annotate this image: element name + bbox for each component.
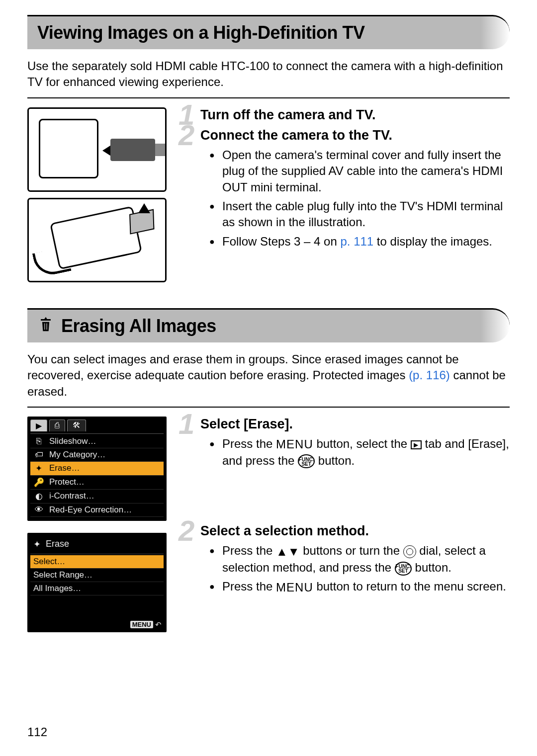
row-label: Protect… xyxy=(49,477,85,487)
row-icon: 🔑 xyxy=(33,477,44,488)
section-title: Erasing All Images xyxy=(61,316,216,336)
step-1: 1 Turn off the camera and TV. xyxy=(179,107,510,123)
bullet: Press the MENU button to return to the m… xyxy=(209,579,510,595)
lcd-row: Select… xyxy=(30,555,164,569)
step-number: 2 xyxy=(179,516,194,545)
func-set-button-icon: FUNC.SET xyxy=(298,454,315,468)
step-number: 2 xyxy=(179,121,194,150)
menu-icon: MENU xyxy=(130,621,153,628)
lcd-row: ⎘Slideshow… xyxy=(30,435,164,448)
row-label: Slideshow… xyxy=(49,436,96,446)
print-icon: ⎙ xyxy=(55,421,60,430)
step-2-erase: 2 Select a selection method. Press the ▲… xyxy=(179,523,510,595)
tools-icon: 🛠 xyxy=(73,421,81,430)
row-label: Select… xyxy=(33,557,65,567)
steps-column: 1 Turn off the camera and TV. 2 Connect … xyxy=(179,107,510,288)
page-link-116[interactable]: (p. 116) xyxy=(409,368,450,382)
step-title: Select [Erase]. xyxy=(200,417,510,432)
up-down-icon: ▲▼ xyxy=(276,544,300,560)
menu-button-icon: MENU xyxy=(276,580,313,595)
func-set-button-icon: FUNC.SET xyxy=(395,562,412,576)
bullet: Open the camera's terminal cover and ful… xyxy=(209,147,510,195)
row-label: i-Contrast… xyxy=(49,491,94,501)
erase-icon: ✦ xyxy=(33,539,41,550)
menu-button-icon: MENU xyxy=(276,436,313,452)
step-title: Select a selection method. xyxy=(200,523,510,539)
back-icon: ↶ xyxy=(155,620,162,629)
lcd-row: All Images… xyxy=(30,582,164,595)
lcd-menu-playback: ▶ ⎙ 🛠 ⎘Slideshow…🏷My Category…✦Erase…🔑Pr… xyxy=(27,417,167,521)
lcd-tab-print: ⎙ xyxy=(49,420,65,431)
step-number: 1 xyxy=(179,410,194,438)
row-label: Red-Eye Correction… xyxy=(49,505,132,515)
step-1-erase: 1 Select [Erase]. Press the MENU button,… xyxy=(179,417,510,469)
section-header-erase: Erasing All Images xyxy=(27,308,510,342)
lcd-row: ◐i-Contrast… xyxy=(30,490,164,504)
section-header-hd-tv: Viewing Images on a High-Definition TV xyxy=(27,15,510,49)
lcd-row: 🔑Protect… xyxy=(30,476,164,490)
row-icon: ✦ xyxy=(33,463,44,474)
divider xyxy=(27,97,510,98)
row-icon: ⎘ xyxy=(33,436,44,446)
row-icon: ◐ xyxy=(33,491,44,502)
bullet: Follow Steps 3 – 4 on p. 111 to display … xyxy=(209,234,510,250)
page-link-111[interactable]: p. 111 xyxy=(340,235,373,248)
illustration-camera-port xyxy=(27,107,167,192)
section2-intro: You can select images and erase them in … xyxy=(27,351,510,400)
lcd-row: ✦Erase… xyxy=(30,462,164,476)
step-bullets: Press the MENU button, select the ▶ tab … xyxy=(209,436,510,469)
bullet: Press the MENU button, select the ▶ tab … xyxy=(209,436,510,469)
erase-icon xyxy=(37,316,54,336)
lcd-erase-title: ✦ Erase xyxy=(30,536,164,554)
illustration-column xyxy=(27,107,167,288)
section1-body: 1 Turn off the camera and TV. 2 Connect … xyxy=(27,107,510,288)
playback-tab-icon: ▶ xyxy=(411,440,422,449)
section2-body: ▶ ⎙ 🛠 ⎘Slideshow…🏷My Category…✦Erase…🔑Pr… xyxy=(27,417,510,644)
bullet: Press the ▲▼ buttons or turn the dial, s… xyxy=(209,543,510,576)
section-title: Viewing Images on a High-Definition TV xyxy=(37,22,364,43)
step-bullets: Press the ▲▼ buttons or turn the dial, s… xyxy=(209,543,510,595)
steps-column-2: 1 Select [Erase]. Press the MENU button,… xyxy=(179,417,510,644)
row-icon: 🏷 xyxy=(33,450,44,460)
illustration-hdmi-plug xyxy=(27,198,167,282)
row-label: My Category… xyxy=(49,450,105,460)
lcd-row: Select Range… xyxy=(30,569,164,582)
play-icon: ▶ xyxy=(36,421,42,430)
lcd-row: 👁Red-Eye Correction… xyxy=(30,504,164,517)
control-dial-icon xyxy=(403,545,416,558)
lcd-row: 🏷My Category… xyxy=(30,448,164,462)
page-number: 112 xyxy=(27,725,47,739)
row-label: Select Range… xyxy=(33,570,92,580)
row-icon: 👁 xyxy=(33,505,44,515)
section1-intro: Use the separately sold HDMI cable HTC-1… xyxy=(27,58,510,90)
lcd-tabs: ▶ ⎙ 🛠 xyxy=(30,420,164,434)
step-2: 2 Connect the camera to the TV. Open the… xyxy=(179,128,510,250)
step-title: Turn off the camera and TV. xyxy=(200,107,510,123)
lcd-footer: MENU ↶ xyxy=(130,620,162,629)
row-label: All Images… xyxy=(33,584,81,593)
divider xyxy=(27,407,510,408)
step-title: Connect the camera to the TV. xyxy=(200,128,510,143)
lcd-menu-erase: ✦ Erase Select…Select Range…All Images… … xyxy=(27,533,167,632)
bullet: Insert the cable plug fully into the TV'… xyxy=(209,198,510,231)
lcd-tab-playback: ▶ xyxy=(30,420,47,431)
row-label: Erase… xyxy=(49,463,80,473)
lcd-column: ▶ ⎙ 🛠 ⎘Slideshow…🏷My Category…✦Erase…🔑Pr… xyxy=(27,417,167,644)
step-2-bullets: Open the camera's terminal cover and ful… xyxy=(209,147,510,250)
lcd-tab-tools: 🛠 xyxy=(67,420,86,431)
